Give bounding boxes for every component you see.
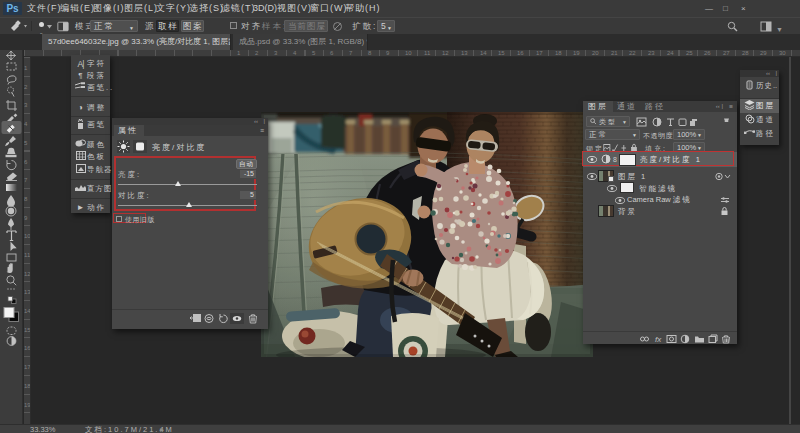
svg-text:fx: fx <box>655 335 662 344</box>
